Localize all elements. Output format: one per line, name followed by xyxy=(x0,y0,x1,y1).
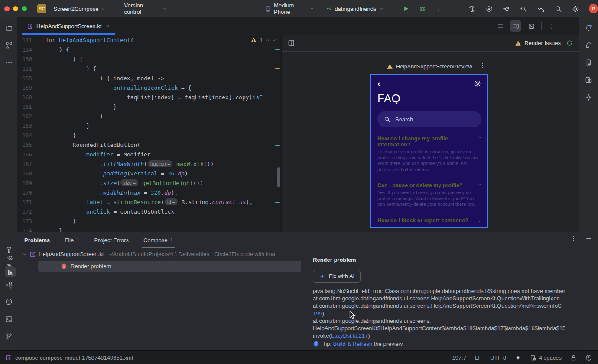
code-line[interactable]: 160 faqList[index] = faqList[index].copy… xyxy=(17,93,281,102)
refresh-preview-icon[interactable] xyxy=(566,39,573,46)
profiler-icon[interactable] xyxy=(537,5,545,13)
debug-button[interactable] xyxy=(419,5,426,12)
preview-title-row[interactable]: HelpAndSupportScreenPreview xyxy=(387,63,472,70)
more-actions-icon[interactable] xyxy=(436,6,442,12)
terminal-icon[interactable] xyxy=(0,310,17,328)
code-line[interactable]: 174 } xyxy=(17,226,281,232)
device-selector[interactable]: Medium Phone xyxy=(265,2,314,15)
fix-with-ai-button[interactable]: Fix with AI xyxy=(313,270,361,283)
code-line[interactable]: 151 ) { xyxy=(17,64,281,74)
back-chevron-icon[interactable]: ‹ xyxy=(377,80,380,88)
faq-item[interactable]: Can I pause or delete my profile?⌃Yes. I… xyxy=(377,180,481,215)
code-line[interactable]: 159 onTrailingIconClick = { xyxy=(17,83,281,93)
close-window-button[interactable] xyxy=(4,6,10,11)
project-menu[interactable]: Screen2Compose xyxy=(51,4,107,14)
preview-layout-icon[interactable] xyxy=(288,39,295,46)
build-refresh-link[interactable]: Build & Refresh xyxy=(333,341,372,347)
search-icon[interactable] xyxy=(555,5,562,13)
attach-debugger-icon[interactable] xyxy=(520,5,527,13)
panel-options-icon[interactable] xyxy=(570,235,577,242)
close-tab-icon[interactable]: × xyxy=(106,23,109,29)
panel-tab-problems[interactable]: Problems xyxy=(24,232,50,248)
code-line[interactable]: 165 RoundedFilledButton( xyxy=(17,140,281,150)
version-control-icon[interactable] xyxy=(0,328,17,345)
code-line[interactable]: 162 ) xyxy=(17,112,281,121)
expand-chevron-icon[interactable]: ⌄ xyxy=(478,218,481,224)
run-configuration-selector[interactable]: datingandfriends xyxy=(325,6,383,12)
code-line[interactable]: 173 ) xyxy=(17,217,281,226)
code-line[interactable]: 130 ) { xyxy=(17,55,281,64)
editor-margin-mark[interactable] xyxy=(275,68,280,69)
zoom-window-button[interactable] xyxy=(22,6,27,11)
minimize-window-button[interactable] xyxy=(13,6,18,11)
code-editor[interactable]: 111fun HelpAndSupportContent(124 ) {130 … xyxy=(17,35,281,232)
settings-gear-icon[interactable] xyxy=(474,80,481,88)
hide-panel-icon[interactable] xyxy=(585,235,592,242)
stack-link[interactable]: LazyDsl.kt:217 xyxy=(331,332,368,339)
code-line[interactable]: 168 .padding(vertical = 36.dp) xyxy=(17,169,281,179)
render-issues-label[interactable]: Render Issues xyxy=(524,40,561,46)
notifications-status-icon[interactable] xyxy=(585,354,592,361)
code-line[interactable]: 171 label = stringResource(id = R.string… xyxy=(17,198,281,207)
faq-search-field[interactable]: Search xyxy=(377,111,481,127)
inlay-hint[interactable]: id = xyxy=(165,198,178,205)
notifications-icon[interactable] xyxy=(580,19,597,36)
editor-margin-mark[interactable] xyxy=(275,49,280,50)
expand-chevron-icon[interactable] xyxy=(23,252,27,257)
file-encoding[interactable]: UTF-8 xyxy=(490,354,506,361)
panel-tab-compose[interactable]: Compose1 xyxy=(143,232,173,248)
code-line[interactable]: 155 ) { index, model -> xyxy=(17,74,281,83)
inlay-hint[interactable]: size = xyxy=(120,179,138,186)
code-line[interactable]: 170 .widthIn(max = 320.dp), xyxy=(17,188,281,198)
code-line[interactable]: 172 onClick = contactUsOnClick xyxy=(17,207,281,217)
render-problem-row[interactable]: Render problem xyxy=(38,261,301,272)
sync-tasks-icon[interactable] xyxy=(503,5,510,13)
run-button[interactable] xyxy=(403,5,410,12)
settings-icon[interactable] xyxy=(572,5,579,13)
collapse-chevron-icon[interactable]: ⌃ xyxy=(478,182,481,188)
editor-margin-mark[interactable] xyxy=(275,202,280,203)
code-line[interactable]: 111fun HelpAndSupportContent( xyxy=(17,36,281,45)
indent-setting[interactable]: 4 spaces xyxy=(530,354,562,361)
code-line[interactable]: 161 } xyxy=(17,102,281,112)
ai-assistant-icon[interactable] xyxy=(515,354,521,361)
panel-tab-project-errors[interactable]: Project Errors xyxy=(94,232,128,248)
split-view-button[interactable] xyxy=(510,20,521,32)
code-view-button[interactable] xyxy=(494,20,506,32)
code-line[interactable]: 169 .size(size = getButtonHeight()) xyxy=(17,179,281,188)
code-line[interactable]: 166 modifier = Modifier xyxy=(17,150,281,159)
vcs-menu[interactable]: Version control xyxy=(122,0,170,17)
faq-item[interactable]: How do I block or report someone?⌄ xyxy=(377,215,481,229)
problems-file-row[interactable]: HelpAndSupportScreen.kt ~/AndroidStudioP… xyxy=(23,251,300,257)
collapse-chevron-icon[interactable]: ⌃ xyxy=(478,136,481,142)
phone-preview[interactable]: ‹ FAQ Search How do I change my profile … xyxy=(370,74,488,228)
preview-problems-button[interactable] xyxy=(5,253,16,263)
structure-icon[interactable] xyxy=(0,36,17,54)
code-line[interactable]: 164 } xyxy=(17,131,281,140)
preview-options-icon[interactable] xyxy=(479,62,486,69)
editor-scrollbar[interactable] xyxy=(277,167,280,187)
editor-tab-active[interactable]: HelpAndSupportScreen.kt × xyxy=(22,17,115,35)
show-details-button[interactable] xyxy=(5,267,16,277)
unlock-icon[interactable] xyxy=(570,354,577,361)
panel-tab-file[interactable]: File1 xyxy=(65,232,79,248)
code-line[interactable]: 124 ) { xyxy=(17,45,281,55)
editor-margin-mark[interactable] xyxy=(275,145,280,146)
stack-link[interactable]: 199 xyxy=(313,310,322,317)
prev-issue-icon[interactable] xyxy=(265,38,270,42)
line-separator[interactable]: LF xyxy=(475,354,481,361)
inspection-widget[interactable]: 1 xyxy=(250,37,276,43)
device-manager-icon[interactable] xyxy=(580,71,597,88)
caret-position[interactable]: 197:7 xyxy=(452,354,466,361)
problems-icon[interactable] xyxy=(0,293,17,310)
avatar[interactable]: P xyxy=(589,4,598,13)
faq-item[interactable]: How do I change my profile information?⌃… xyxy=(377,133,481,180)
quick-fix-button[interactable] xyxy=(5,281,16,292)
more-icon[interactable] xyxy=(0,54,17,71)
gradle-icon[interactable] xyxy=(580,36,597,54)
gemini-icon[interactable] xyxy=(580,88,597,106)
code-line[interactable]: 163 } xyxy=(17,121,281,131)
folder-icon[interactable] xyxy=(0,19,17,36)
status-file-name[interactable]: compose-compose-model-1758748140651.xml xyxy=(15,354,133,361)
code-line[interactable]: 167 .fillMaxWidth(fraction = maxWidth()) xyxy=(17,159,281,169)
